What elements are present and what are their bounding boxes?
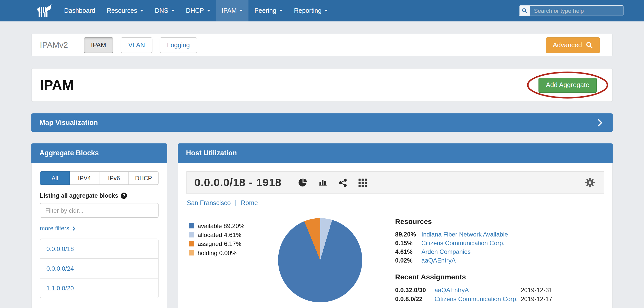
listing-label-row: Listing all aggregate blocks ? <box>40 192 159 199</box>
location-link-san-franscisco[interactable]: San Franscisco <box>187 199 231 206</box>
utilization-pie[interactable] <box>278 218 362 302</box>
search-input[interactable] <box>530 6 623 16</box>
nav-label: Resources <box>107 7 137 14</box>
resource-row: 0.02% aaQAEntryA <box>395 256 604 265</box>
top-navbar: Dashboard Resources DNS DHCP IPAM Peerin… <box>0 0 644 21</box>
nav-item-resources[interactable]: Resources <box>101 0 149 21</box>
resource-link[interactable]: Arden Companies <box>421 247 604 256</box>
legend-swatch-available <box>189 223 194 228</box>
aggregate-blocks-panel: Aggregate Blocks All IPV4 IPv6 DHCP List… <box>31 143 167 308</box>
help-icon[interactable]: ? <box>121 193 127 199</box>
toolbar-title: IPAMv2 <box>40 40 68 50</box>
tab-vlan[interactable]: VLAN <box>121 37 152 53</box>
nav-item-dns[interactable]: DNS <box>149 0 180 21</box>
utilization-details: Resources 89.20% Indiana Fiber Network A… <box>395 217 604 304</box>
aggregate-block-link[interactable]: 1.1.0.0/20 <box>40 278 158 298</box>
nav-label: IPAM <box>222 7 237 14</box>
cidr-filter-input[interactable] <box>40 203 159 218</box>
legend-item-allocated[interactable]: allocated 4.61% <box>189 231 267 238</box>
legend-item-holding[interactable]: holding 0.00% <box>189 249 267 256</box>
filter-dhcp-button[interactable]: DHCP <box>128 171 158 185</box>
panels-row: Aggregate Blocks All IPV4 IPv6 DHCP List… <box>31 143 613 308</box>
more-filters-label: more filters <box>40 225 69 232</box>
nav-label: DNS <box>155 7 168 14</box>
location-links: San Franscisco | Rome <box>186 199 604 207</box>
more-filters-link[interactable]: more filters <box>40 225 75 232</box>
gear-icon[interactable] <box>585 177 595 188</box>
aggregate-filter-group: All IPV4 IPv6 DHCP <box>40 171 159 185</box>
page-title: IPAM <box>40 77 74 93</box>
resource-link[interactable]: aaQAEntryA <box>421 256 604 265</box>
main-menu: Dashboard Resources DNS DHCP IPAM Peerin… <box>58 0 333 21</box>
resource-percent: 4.61% <box>395 247 421 256</box>
resource-link[interactable]: Indiana Fiber Network Available <box>421 230 604 239</box>
app-root: Dashboard Resources DNS DHCP IPAM Peerin… <box>0 0 644 308</box>
navbar-search <box>519 5 624 16</box>
aggregate-blocks-header: Aggregate Blocks <box>31 143 167 163</box>
resource-percent: 89.20% <box>395 230 421 239</box>
map-visualization-bar[interactable]: Map Visualization <box>31 113 613 132</box>
tab-logging[interactable]: Logging <box>160 37 197 53</box>
advanced-label: Advanced <box>553 41 582 49</box>
tab-ipam[interactable]: IPAM <box>84 37 113 53</box>
assignment-link[interactable]: Citizens Communication Corp. <box>435 294 521 303</box>
assignment-cidr: 0.0.8.0/22 <box>395 294 434 303</box>
resource-percent: 0.02% <box>395 256 421 265</box>
add-aggregate-button[interactable]: Add Aggregate <box>539 77 597 93</box>
host-utilization-panel: Host Utilization 0.0.0.0/18 - 1918 <box>178 143 613 308</box>
filter-ipv6-button[interactable]: IPv6 <box>99 171 129 185</box>
aggregate-block-link[interactable]: 0.0.0.0/18 <box>40 239 158 258</box>
filter-all-button[interactable]: All <box>40 171 70 185</box>
legend-item-available[interactable]: available 89.20% <box>189 222 267 229</box>
caret-down-icon <box>171 10 174 11</box>
filter-ipv4-button[interactable]: IPV4 <box>69 171 99 185</box>
resource-row: 4.61% Arden Companies <box>395 247 604 256</box>
zebra-logo-icon[interactable] <box>30 0 58 21</box>
advanced-button[interactable]: Advanced <box>546 37 600 53</box>
resources-title: Resources <box>395 217 604 226</box>
nav-item-dashboard[interactable]: Dashboard <box>58 0 101 21</box>
search-icon[interactable] <box>520 6 530 16</box>
pie-legend: available 89.20% allocated 4.61% assigne… <box>186 217 267 304</box>
subnet-title: 0.0.0.0/18 - 1918 <box>194 176 282 189</box>
legend-label: allocated 4.61% <box>198 231 242 238</box>
host-utilization-body: 0.0.0.0/18 - 1918 <box>178 163 613 308</box>
caret-down-icon <box>279 10 282 11</box>
zebra-logo-svg <box>34 3 53 18</box>
ipam-header-card: IPAM Add Aggregate <box>31 68 613 102</box>
resource-row: 89.20% Indiana Fiber Network Available <box>395 230 604 239</box>
legend-item-assigned[interactable]: assigned 6.17% <box>189 240 267 247</box>
pie-chart-glyph <box>298 178 307 187</box>
caret-down-icon <box>325 10 328 11</box>
pie-chart-icon[interactable] <box>298 178 307 187</box>
listing-label: Listing all aggregate blocks <box>40 192 118 199</box>
assignment-link[interactable]: aaQAEntryA <box>435 286 521 294</box>
caret-down-icon <box>240 10 243 11</box>
share-glyph <box>338 178 347 187</box>
magnifier-glyph <box>522 8 528 14</box>
share-icon[interactable] <box>338 178 347 187</box>
add-aggregate-wrap: Add Aggregate <box>539 77 597 93</box>
resource-link[interactable]: Citizens Communication Corp. <box>421 239 604 247</box>
map-visualization-label: Map Visualization <box>39 119 98 127</box>
recent-assignments-title: Recent Assignments <box>395 273 604 281</box>
grid-glyph <box>358 178 367 187</box>
grid-icon[interactable] <box>358 178 367 187</box>
location-link-rome[interactable]: Rome <box>241 199 258 206</box>
magnifier-icon <box>586 41 593 49</box>
chevron-right-icon <box>71 226 75 230</box>
resource-row: 6.15% Citizens Communication Corp. <box>395 239 604 247</box>
assignment-row: 0.0.8.0/22 Citizens Communication Corp. … <box>395 294 604 303</box>
resource-percent: 6.15% <box>395 239 421 247</box>
gear-glyph <box>585 177 595 188</box>
nav-item-dhcp[interactable]: DHCP <box>180 0 216 21</box>
aggregate-block-link[interactable]: 0.0.0.0/24 <box>40 258 158 278</box>
nav-item-peering[interactable]: Peering <box>249 0 288 21</box>
aggregate-block-list: 0.0.0.0/18 0.0.0.0/24 1.1.0.0/20 <box>40 239 159 298</box>
legend-label: available 89.20% <box>198 222 245 229</box>
nav-item-reporting[interactable]: Reporting <box>288 0 333 21</box>
bar-chart-icon[interactable] <box>318 178 328 187</box>
nav-item-ipam[interactable]: IPAM <box>216 0 248 21</box>
aggregate-blocks-body: All IPV4 IPv6 DHCP Listing all aggregate… <box>31 163 167 308</box>
legend-label: holding 0.00% <box>198 249 237 256</box>
